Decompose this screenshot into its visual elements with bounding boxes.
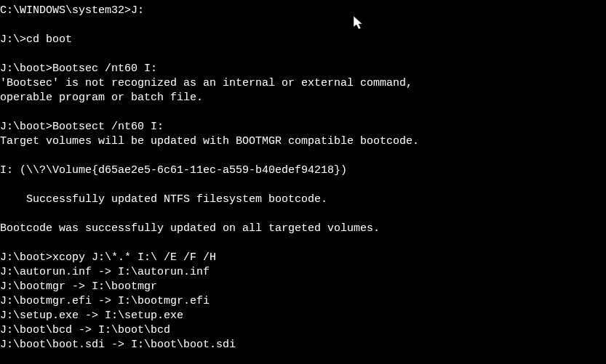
terminal-line: J:\setup.exe -> I:\setup.exe xyxy=(0,309,606,323)
terminal-line: J:\autorun.inf -> I:\autorun.inf xyxy=(0,265,606,280)
terminal-line: J:\boot>Bootsect /nt60 I: xyxy=(0,120,606,134)
terminal-line xyxy=(0,178,606,193)
terminal-line xyxy=(0,149,606,163)
terminal-line: 'Bootsec' is not recognized as an intern… xyxy=(0,76,606,91)
terminal-line: J:\bootmgr.efi -> I:\bootmgr.efi xyxy=(0,294,606,309)
terminal-line: Bootcode was successfully updated on all… xyxy=(0,222,606,236)
terminal-line: operable program or batch file. xyxy=(0,91,606,105)
terminal-line: Target volumes will be updated with BOOT… xyxy=(0,134,606,149)
terminal-line xyxy=(0,105,606,120)
terminal-line xyxy=(0,18,606,33)
terminal-line: Successfully updated NTFS filesystem boo… xyxy=(0,193,606,207)
terminal-line: J:\boot\boot.sdi -> I:\boot\boot.sdi xyxy=(0,338,606,352)
terminal-line: J:\bootmgr -> I:\bootmgr xyxy=(0,280,606,294)
terminal-line: J:\boot>xcopy J:\*.* I:\ /E /F /H xyxy=(0,251,606,265)
terminal-line xyxy=(0,207,606,222)
terminal-line: J:\>cd boot xyxy=(0,33,606,47)
terminal-line: J:\boot>Bootsec /nt60 I: xyxy=(0,62,606,76)
terminal-output[interactable]: C:\WINDOWS\system32>J: J:\>cd boot J:\bo… xyxy=(0,4,606,352)
terminal-line: J:\boot\bcd -> I:\boot\bcd xyxy=(0,323,606,338)
terminal-line xyxy=(0,47,606,62)
terminal-line xyxy=(0,236,606,251)
terminal-line: C:\WINDOWS\system32>J: xyxy=(0,4,606,18)
terminal-line: I: (\\?\Volume{d65ae2e5-6c61-11ec-a559-b… xyxy=(0,163,606,178)
